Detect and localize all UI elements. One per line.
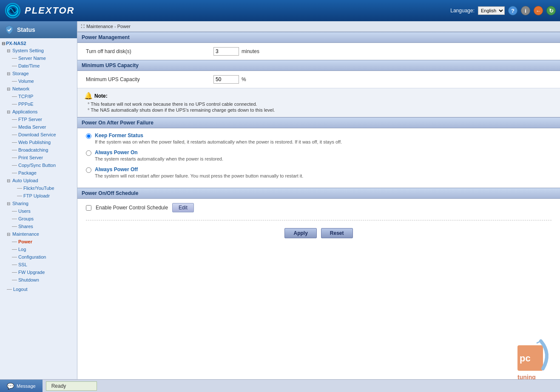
radio-always-on-desc: The system restarts automatically when t… (95, 156, 223, 161)
radio-always-off-title: Always Power Off (95, 166, 303, 172)
refresh-icon[interactable]: ↻ (546, 6, 556, 15)
radio-keep-former-block: Keep Former Status If the system was on … (95, 133, 342, 144)
note-item-2: The NAS automatically shuts down if the … (84, 107, 553, 113)
info-icon[interactable]: i (521, 6, 530, 15)
power-failure-section-header: Power On After Power Failure (77, 117, 560, 128)
tree-root[interactable]: ⊟PX-NAS2 (0, 40, 77, 47)
sidebar-item-ssl[interactable]: —SSL (0, 261, 77, 268)
header: PLEXTOR Language: English ? i ← ↻ (0, 0, 560, 21)
radio-option-keep-former: Keep Former Status If the system was on … (86, 133, 551, 144)
sidebar-item-shares[interactable]: —Shares (0, 223, 77, 230)
sidebar-item-logout[interactable]: —Logout (0, 285, 77, 293)
sidebar-item-volume[interactable]: —Volume (0, 77, 77, 85)
help-icon[interactable]: ? (508, 6, 517, 15)
hdd-input[interactable] (213, 47, 239, 56)
note-item-1: This feature will not work now because t… (84, 102, 553, 107)
sidebar-item-ftp-server[interactable]: —FTP Server (0, 116, 77, 123)
logo-area: PLEXTOR (4, 2, 75, 19)
sidebar-item-maintenance[interactable]: ⊟Maintenance (0, 230, 77, 238)
ups-form-row: Minimum UPS Capacity % (77, 71, 560, 88)
sidebar-item-server-name[interactable]: —Server Name (0, 54, 77, 62)
radio-always-off-desc: The system will not restart after power … (95, 173, 303, 178)
action-row: Apply Reset (77, 224, 560, 243)
breadcrumb-icon: ∷ (81, 23, 85, 30)
sidebar-item-ftp-uploadr[interactable]: —FTP Uploadr (0, 192, 77, 200)
ups-label: Minimum UPS Capacity (86, 76, 213, 82)
radio-section: Keep Former Status If the system was on … (77, 128, 560, 188)
enable-schedule-checkbox[interactable] (86, 205, 91, 211)
sidebar-item-date-time[interactable]: —Date/Time (0, 62, 77, 70)
language-select[interactable]: English (478, 6, 505, 15)
sidebar-item-flickr-youtube[interactable]: —Flickr/YouTube (0, 184, 77, 192)
note-title-text: Note: (94, 93, 108, 99)
message-tab: 💬 Message (0, 380, 43, 392)
radio-keep-former-desc: If the system was on when the power fail… (95, 139, 342, 144)
sidebar-item-applications[interactable]: ⊟Applications (0, 108, 77, 116)
status-header: Status (0, 21, 77, 38)
note-box: 🔔 Note: This feature will not work now b… (77, 88, 560, 117)
message-label: Message (17, 384, 36, 389)
radio-always-on-block: Always Power On The system restarts auto… (95, 149, 223, 161)
language-label: Language: (450, 8, 475, 14)
hdd-label: Turn off hard disk(s) (86, 48, 213, 54)
message-icon: 💬 (7, 383, 14, 389)
ups-unit: % (242, 76, 246, 82)
breadcrumb-text: Maintenance - Power (86, 24, 131, 29)
note-title: 🔔 Note: (84, 92, 553, 100)
sidebar-item-log[interactable]: —Log (0, 245, 77, 253)
sidebar-item-sharing[interactable]: ⊟Sharing (0, 200, 77, 207)
tree: ⊟PX-NAS2 ⊟System Setting —Server Name —D… (0, 38, 77, 295)
divider (86, 220, 551, 220)
sidebar-item-fw-upgrade[interactable]: —FW Upgrade (0, 268, 77, 276)
radio-option-always-off: Always Power Off The system will not res… (86, 166, 551, 178)
sidebar-item-storage[interactable]: ⊟Storage (0, 70, 77, 77)
sidebar-item-web-publishing[interactable]: —Web Publishing (0, 138, 77, 146)
radio-option-always-on: Always Power On The system restarts auto… (86, 149, 551, 161)
sidebar-item-shutdown[interactable]: —Shutdown (0, 276, 77, 284)
note-icon: 🔔 (84, 92, 93, 100)
main-layout: Status ⊟PX-NAS2 ⊟System Setting —Server … (0, 21, 560, 379)
back-icon[interactable]: ← (534, 6, 543, 15)
radio-always-off[interactable] (86, 167, 91, 173)
sidebar-item-users[interactable]: —Users (0, 207, 77, 215)
sidebar-item-configuration[interactable]: —Configuration (0, 253, 77, 261)
plextor-logo-icon (4, 2, 21, 19)
sidebar-item-groups[interactable]: —Groups (0, 215, 77, 223)
page-content: Power Management Turn off hard disk(s) m… (77, 32, 560, 379)
sidebar-item-pppoe[interactable]: —PPPoE (0, 100, 77, 108)
ups-section-header: Minimum UPS Capacity (77, 60, 560, 71)
enable-schedule-label: Enable Power Control Schedule (96, 205, 168, 211)
radio-always-off-block: Always Power Off The system will not res… (95, 166, 303, 178)
sidebar-item-network[interactable]: ⊟Network (0, 85, 77, 93)
sidebar-item-broadcatching[interactable]: —Broadcatching (0, 146, 77, 154)
bottom-bar: 💬 Message Ready (0, 379, 560, 392)
ups-input[interactable] (213, 75, 239, 84)
edit-button[interactable]: Edit (172, 203, 194, 212)
header-right: Language: English ? i ← ↻ (450, 6, 556, 15)
sidebar-item-power[interactable]: —Power (0, 238, 77, 245)
sidebar-item-auto-upload[interactable]: ⊟Auto Upload (0, 177, 77, 184)
sidebar-item-download-service[interactable]: —Download Service (0, 131, 77, 138)
sidebar-item-copy-sync-button[interactable]: —Copy/Sync Button (0, 161, 77, 169)
reset-button[interactable]: Reset (321, 228, 353, 238)
radio-always-on-title: Always Power On (95, 149, 223, 155)
sidebar-item-print-server[interactable]: —Print Server (0, 154, 77, 161)
content-area: ∷ Maintenance - Power Power Management T… (77, 21, 560, 379)
apply-button[interactable]: Apply (284, 228, 316, 238)
sidebar-item-package[interactable]: —Package (0, 169, 77, 177)
schedule-row: Enable Power Control Schedule Edit (77, 199, 560, 217)
status-text: Ready (46, 381, 97, 391)
status-shield-icon (4, 25, 14, 35)
logo-text: PLEXTOR (25, 5, 75, 16)
radio-always-on[interactable] (86, 150, 91, 156)
sidebar: Status ⊟PX-NAS2 ⊟System Setting —Server … (0, 21, 77, 379)
power-management-section-header: Power Management (77, 32, 560, 43)
sidebar-item-system-setting[interactable]: ⊟System Setting (0, 47, 77, 54)
status-label: Status (17, 26, 35, 33)
sidebar-item-media-server[interactable]: —Media Server (0, 123, 77, 131)
schedule-section-header: Power On/Off Schedule (77, 188, 560, 199)
radio-keep-former-title: Keep Former Status (95, 133, 342, 138)
radio-keep-former[interactable] (86, 133, 91, 139)
hdd-unit: minutes (242, 48, 259, 54)
sidebar-item-tcp-ip[interactable]: —TCP/IP (0, 93, 77, 100)
